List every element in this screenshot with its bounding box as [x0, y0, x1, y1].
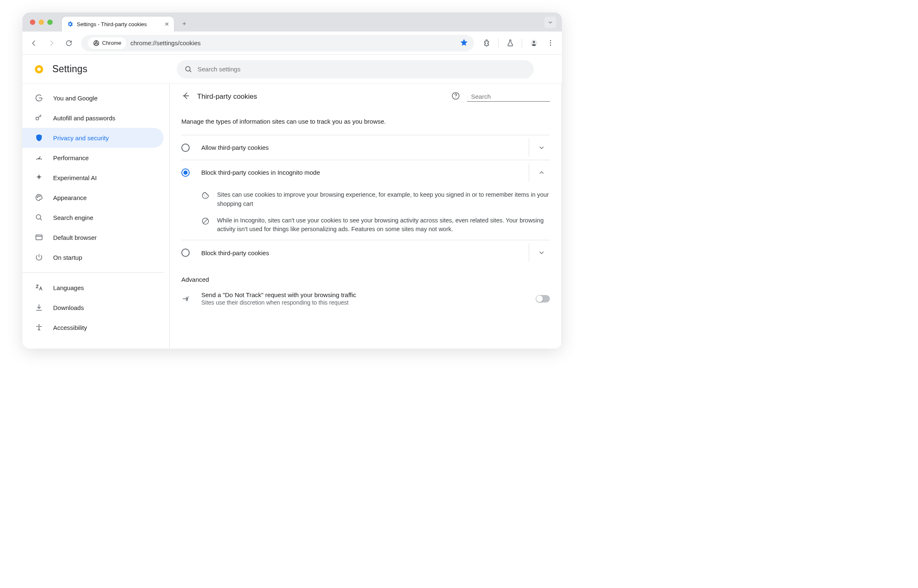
- sidebar-item-label: Experimental AI: [53, 174, 97, 181]
- svg-point-11: [39, 158, 39, 159]
- option-block-all[interactable]: Block third-party cookies: [181, 240, 550, 265]
- svg-point-6: [550, 45, 551, 46]
- block-icon: [201, 217, 210, 225]
- menu-button[interactable]: [543, 36, 558, 51]
- sidebar-item-on-startup[interactable]: On startup: [22, 247, 164, 267]
- tab-title-text: Settings - Third-party cookies: [77, 21, 161, 27]
- browser-tab[interactable]: Settings - Third-party cookies: [62, 17, 174, 32]
- option-label: Block third-party cookies: [201, 249, 529, 256]
- sidebar-item-performance[interactable]: Performance: [22, 148, 164, 168]
- sidebar-item-privacy[interactable]: Privacy and security: [22, 128, 164, 148]
- help-button[interactable]: [451, 91, 460, 102]
- shield-icon: [35, 134, 43, 142]
- power-icon: [35, 253, 43, 261]
- option-block-incognito[interactable]: Block third-party cookies in Incognito m…: [181, 160, 550, 185]
- svg-point-13: [38, 195, 39, 196]
- bookmark-star-button[interactable]: [460, 38, 468, 48]
- google-g-icon: [35, 94, 43, 102]
- svg-point-9: [186, 66, 190, 71]
- extensions-button[interactable]: [479, 36, 494, 51]
- sidebar-item-label: Search engine: [53, 214, 93, 221]
- chip-label: Chrome: [102, 40, 121, 46]
- labs-button[interactable]: [503, 36, 518, 51]
- sidebar-item-default-browser[interactable]: Default browser: [22, 227, 164, 247]
- option-allow-third-party[interactable]: Allow third-party cookies: [181, 135, 550, 160]
- sidebar-item-appearance[interactable]: Appearance: [22, 188, 164, 207]
- settings-header: Settings: [22, 55, 562, 84]
- sidebar-item-label: Appearance: [53, 194, 87, 201]
- settings-search-bar[interactable]: [177, 60, 534, 78]
- sidebar-item-downloads[interactable]: Downloads: [22, 298, 164, 317]
- tabs-dropdown-button[interactable]: [544, 17, 556, 28]
- separator: [529, 244, 529, 262]
- sidebar-item-search-engine[interactable]: Search engine: [22, 207, 164, 227]
- speedometer-icon: [35, 154, 43, 162]
- sidebar-item-languages[interactable]: Languages: [22, 278, 164, 298]
- panel-description: Manage the types of information sites ca…: [181, 118, 550, 125]
- option-detail-panel: Sites can use cookies to improve your br…: [181, 185, 550, 240]
- radio-unchecked[interactable]: [181, 144, 190, 152]
- site-identity-chip[interactable]: Chrome: [88, 37, 126, 49]
- panel-search-field[interactable]: [467, 92, 550, 102]
- svg-point-17: [38, 324, 39, 326]
- dnt-title: Send a "Do Not Track" request with your …: [201, 291, 536, 298]
- svg-point-22: [206, 197, 207, 198]
- svg-point-3: [532, 41, 535, 43]
- settings-gear-icon: [67, 21, 73, 27]
- separator: [529, 139, 529, 156]
- chrome-logo-icon: [34, 64, 44, 74]
- sidebar-item-experimental-ai[interactable]: Experimental AI: [22, 168, 164, 188]
- close-window-button[interactable]: [30, 20, 35, 25]
- profile-button[interactable]: [526, 36, 541, 51]
- option-label: Allow third-party cookies: [201, 144, 529, 151]
- separator: [522, 39, 522, 48]
- panel-header: Third-party cookies: [181, 91, 550, 102]
- dnt-toggle[interactable]: [536, 295, 550, 303]
- expand-button[interactable]: [533, 139, 550, 156]
- svg-point-4: [550, 40, 551, 41]
- sidebar-item-accessibility[interactable]: Accessibility: [22, 317, 164, 337]
- settings-search-input[interactable]: [198, 66, 526, 73]
- collapse-button[interactable]: [533, 164, 550, 181]
- detail-text: While in Incognito, sites can't use your…: [217, 216, 550, 234]
- section-advanced-label: Advanced: [181, 276, 550, 283]
- sparkle-icon: [35, 173, 43, 182]
- chevron-down-icon: [538, 249, 545, 256]
- svg-point-21: [204, 195, 205, 196]
- svg-point-5: [550, 42, 551, 44]
- download-icon: [35, 303, 43, 312]
- new-tab-button[interactable]: [178, 17, 190, 30]
- svg-point-12: [37, 197, 38, 198]
- url-text: chrome://settings/cookies: [130, 39, 200, 46]
- dnt-text: Send a "Do Not Track" request with your …: [201, 291, 536, 306]
- key-icon: [35, 114, 43, 122]
- option-label: Block third-party cookies in Incognito m…: [201, 169, 529, 176]
- search-icon: [467, 93, 468, 100]
- sidebar-item-label: Languages: [53, 284, 84, 291]
- do-not-track-row[interactable]: Send a "Do Not Track" request with your …: [181, 287, 550, 310]
- svg-point-20: [467, 96, 467, 97]
- sidebar-divider: [22, 272, 164, 273]
- close-tab-icon[interactable]: [164, 21, 170, 27]
- detail-row: While in Incognito, sites can't use your…: [201, 216, 550, 234]
- svg-point-15: [36, 215, 41, 219]
- minimize-window-button[interactable]: [39, 20, 44, 25]
- panel-search-input[interactable]: [471, 93, 550, 100]
- maximize-window-button[interactable]: [47, 20, 53, 25]
- forward-button[interactable]: [44, 36, 59, 51]
- sidebar-item-you-and-google[interactable]: You and Google: [22, 88, 164, 108]
- sidebar-item-autofill[interactable]: Autofill and passwords: [22, 108, 164, 128]
- detail-row: Sites can use cookies to improve your br…: [201, 190, 550, 209]
- svg-point-19: [455, 98, 456, 98]
- panel-back-button[interactable]: [181, 91, 190, 102]
- radio-checked[interactable]: [181, 168, 190, 177]
- sidebar-item-label: Performance: [53, 154, 89, 161]
- chevron-down-icon: [538, 144, 545, 151]
- reload-button[interactable]: [61, 36, 76, 51]
- expand-button[interactable]: [533, 244, 550, 261]
- back-button[interactable]: [27, 36, 42, 51]
- sidebar-item-label: You and Google: [53, 95, 98, 102]
- radio-unchecked[interactable]: [181, 249, 190, 257]
- address-bar[interactable]: Chrome chrome://settings/cookies: [81, 35, 474, 51]
- settings-body: You and Google Autofill and passwords Pr…: [22, 84, 562, 349]
